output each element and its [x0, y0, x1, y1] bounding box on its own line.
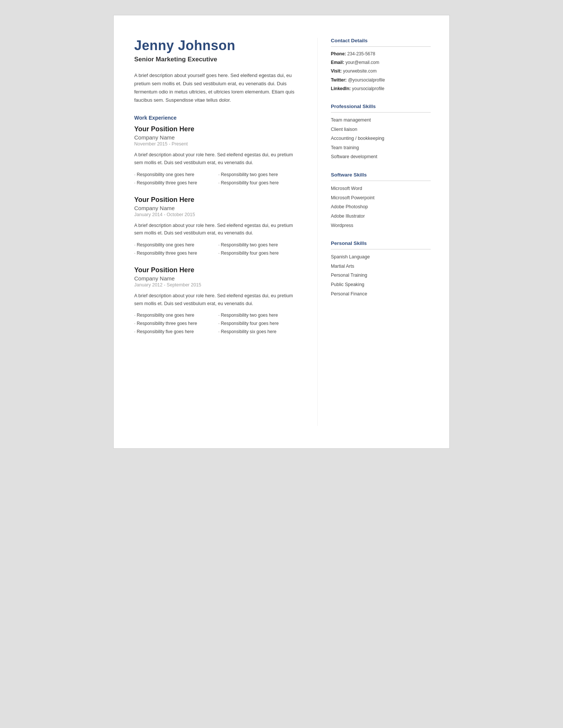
contact-label-0: Phone:: [331, 51, 347, 56]
responsibility-1-1: Responsibility two goes here: [218, 242, 299, 248]
professional-skills-section: Professional Skills Team managementClien…: [331, 104, 431, 162]
professional-skill-2: Accounting / bookkeeping: [331, 135, 431, 142]
contact-label-3: Twitter:: [331, 77, 348, 83]
software-skills-list: Microsoft WordMicrosoft PowerpointAdobe …: [331, 185, 431, 229]
contact-value-3: @yoursocialprofile: [348, 77, 385, 83]
summary-text: A brief description about yourself goes …: [134, 71, 299, 104]
personal-skill-4: Personal Finance: [331, 290, 431, 298]
responsibilities-grid-2: Responsibility one goes hereResponsibili…: [134, 312, 299, 335]
job-description-2: A brief description about your role here…: [134, 292, 299, 307]
professional-skill-3: Team training: [331, 144, 431, 152]
work-experience-heading: Work Experience: [134, 115, 299, 121]
contact-heading: Contact Details: [331, 38, 431, 47]
responsibility-2-1: Responsibility two goes here: [218, 312, 299, 319]
professional-skills-list: Team managementClient liaisonAccounting …: [331, 116, 431, 161]
contact-label-1: Email:: [331, 60, 345, 65]
responsibility-1-3: Responsibility four goes here: [218, 250, 299, 257]
software-skills-heading: Software Skills: [331, 172, 431, 181]
software-skill-0: Microsoft Word: [331, 185, 431, 193]
job-dates-1: January 2014 - October 2015: [134, 212, 299, 217]
contact-value-4: yoursocialprofile: [352, 86, 385, 91]
responsibility-2-4: Responsibility five goes here: [134, 328, 215, 335]
personal-skill-3: Public Speaking: [331, 281, 431, 289]
professional-skill-4: Software development: [331, 153, 431, 161]
company-name-1: Company Name: [134, 205, 299, 211]
contact-item-3: Twitter: @yoursocialprofile: [331, 77, 431, 84]
candidate-name: Jenny Johnson: [134, 38, 299, 53]
personal-skill-0: Spanish Language: [331, 253, 431, 261]
contact-label-4: LinkedIn:: [331, 86, 352, 91]
software-skills-section: Software Skills Microsoft WordMicrosoft …: [331, 172, 431, 231]
jobs-list: Your Position HereCompany NameNovember 2…: [134, 125, 299, 335]
candidate-title: Senior Marketing Executive: [134, 56, 299, 63]
personal-skill-2: Personal Training: [331, 271, 431, 279]
responsibility-2-5: Responsibility six goes here: [218, 328, 299, 335]
contact-value-0: 234-235-5678: [347, 51, 375, 56]
responsibility-1-0: Responsibility one goes here: [134, 242, 215, 248]
responsibilities-grid-0: Responsibility one goes hereResponsibili…: [134, 171, 299, 186]
contact-value-1: your@email.com: [345, 60, 379, 65]
job-dates-2: January 2012 - September 2015: [134, 282, 299, 288]
company-name-2: Company Name: [134, 275, 299, 282]
personal-skills-list: Spanish LanguageMartial ArtsPersonal Tra…: [331, 253, 431, 298]
contact-label-2: Visit:: [331, 68, 343, 74]
contact-item-2: Visit: yourwebsite.com: [331, 68, 431, 75]
job-block-1: Your Position HereCompany NameJanuary 20…: [134, 196, 299, 257]
responsibility-2-3: Responsibility four goes here: [218, 320, 299, 327]
responsibility-0-0: Responsibility one goes here: [134, 171, 215, 178]
professional-skill-0: Team management: [331, 116, 431, 124]
responsibility-0-2: Responsibility three goes here: [134, 179, 215, 186]
resume-page: Jenny Johnson Senior Marketing Executive…: [113, 15, 450, 449]
responsibility-0-1: Responsibility two goes here: [218, 171, 299, 178]
professional-skills-heading: Professional Skills: [331, 104, 431, 113]
contact-item-0: Phone: 234-235-5678: [331, 50, 431, 58]
personal-skill-1: Martial Arts: [331, 262, 431, 270]
job-block-2: Your Position HereCompany NameJanuary 20…: [134, 266, 299, 335]
job-description-0: A brief description about your role here…: [134, 151, 299, 166]
software-skill-3: Adobe Illustrator: [331, 212, 431, 220]
contact-item-1: Email: your@email.com: [331, 59, 431, 66]
responsibility-1-2: Responsibility three goes here: [134, 250, 215, 257]
responsibility-2-0: Responsibility one goes here: [134, 312, 215, 319]
company-name-0: Company Name: [134, 134, 299, 141]
responsibility-2-2: Responsibility three goes here: [134, 320, 215, 327]
job-title-2: Your Position Here: [134, 266, 299, 274]
work-experience-section: Work Experience Your Position HereCompan…: [134, 115, 299, 345]
contact-section: Contact Details Phone: 234-235-5678Email…: [331, 38, 431, 94]
personal-skills-section: Personal Skills Spanish LanguageMartial …: [331, 240, 431, 299]
software-skill-4: Wordpress: [331, 222, 431, 230]
contact-list: Phone: 234-235-5678Email: your@email.com…: [331, 50, 431, 92]
job-description-1: A brief description about your role here…: [134, 222, 299, 237]
software-skill-1: Microsoft Powerpoint: [331, 194, 431, 202]
job-title-0: Your Position Here: [134, 125, 299, 133]
personal-skills-heading: Personal Skills: [331, 240, 431, 249]
left-column: Jenny Johnson Senior Marketing Executive…: [134, 38, 299, 426]
responsibility-0-3: Responsibility four goes here: [218, 179, 299, 186]
job-title-1: Your Position Here: [134, 196, 299, 204]
right-column: Contact Details Phone: 234-235-5678Email…: [317, 38, 431, 426]
contact-item-4: LinkedIn: yoursocialprofile: [331, 85, 431, 92]
professional-skill-1: Client liaison: [331, 126, 431, 133]
job-dates-0: November 2015 - Present: [134, 141, 299, 147]
software-skill-2: Adobe Photoshop: [331, 203, 431, 211]
contact-value-2: yourwebsite.com: [343, 68, 376, 74]
job-block-0: Your Position HereCompany NameNovember 2…: [134, 125, 299, 186]
responsibilities-grid-1: Responsibility one goes hereResponsibili…: [134, 242, 299, 257]
